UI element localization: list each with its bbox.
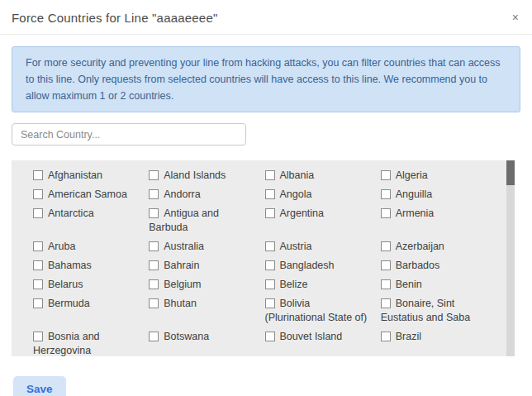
modal-body: For more security and preventing your li… — [0, 35, 532, 396]
country-label: Bahamas — [48, 260, 92, 271]
country-checkbox-item[interactable]: Aruba — [33, 240, 137, 254]
country-checkbox[interactable] — [265, 241, 275, 251]
country-checkbox-item[interactable]: Armenia — [381, 207, 485, 221]
country-label: Belarus — [48, 279, 83, 290]
scrollbar-thumb[interactable] — [506, 160, 515, 185]
country-checkbox[interactable] — [149, 279, 159, 289]
country-checkbox[interactable] — [33, 279, 43, 289]
country-checkbox-item[interactable]: Bahamas — [33, 259, 137, 273]
country-checkbox-item[interactable]: Angola — [265, 188, 369, 202]
country-checkbox[interactable] — [33, 241, 43, 251]
country-checkbox[interactable] — [381, 208, 391, 218]
country-label: Andorra — [164, 188, 200, 200]
country-checkbox-item[interactable]: Bangladesh — [265, 259, 369, 273]
country-checkbox[interactable] — [265, 208, 275, 218]
country-checkbox[interactable] — [265, 332, 275, 341]
country-checkbox-item[interactable]: Bolivia (Plurinational State of) — [265, 297, 369, 325]
info-alert: For more security and preventing your li… — [12, 46, 520, 112]
country-checkbox[interactable] — [265, 279, 275, 289]
country-label: Bhutan — [164, 298, 197, 309]
country-label: Albania — [280, 169, 315, 181]
country-label: Algeria — [396, 169, 428, 181]
modal-header: Force Countries for Line "aaaaeeee" × — [0, 0, 532, 35]
country-checkbox[interactable] — [381, 189, 391, 199]
country-label: Bangladesh — [280, 260, 335, 271]
country-checkbox[interactable] — [149, 208, 159, 218]
country-checkbox[interactable] — [265, 170, 275, 180]
country-checkbox-item[interactable]: Brazil — [381, 330, 485, 344]
country-checkbox[interactable] — [381, 298, 391, 308]
country-label: Brazil — [396, 331, 421, 342]
country-checkbox-item[interactable]: Bosnia and Herzegovina — [33, 330, 137, 356]
country-checkbox-item[interactable]: Argentina — [265, 207, 369, 221]
country-checkbox[interactable] — [381, 170, 391, 180]
country-label: Bonaire, Sint Eustatius and Saba — [381, 298, 470, 323]
country-checkbox-item[interactable]: Australia — [149, 240, 253, 254]
country-label: Antigua and Barbuda — [149, 208, 219, 233]
country-checkbox-item[interactable]: Austria — [265, 240, 369, 254]
country-checkbox-item[interactable]: Bouvet Island — [265, 330, 369, 344]
country-checkbox-item[interactable]: Algeria — [381, 169, 485, 183]
country-checkbox[interactable] — [381, 241, 391, 251]
country-label: Aruba — [48, 241, 75, 252]
country-checkbox-item[interactable]: Belize — [265, 278, 369, 292]
country-checkbox-item[interactable]: Bahrain — [149, 259, 253, 273]
country-checkbox[interactable] — [265, 298, 275, 308]
country-checkbox[interactable] — [265, 260, 275, 270]
country-checkbox-item[interactable]: Anguilla — [381, 188, 485, 202]
country-checkbox[interactable] — [149, 189, 159, 199]
country-label: Bahrain — [164, 260, 199, 271]
modal-dialog: Force Countries for Line "aaaaeeee" × Fo… — [0, 0, 532, 396]
save-button[interactable]: Save — [13, 376, 66, 396]
country-list: AfghanistanAland IslandsAlbaniaAlgeriaAm… — [12, 160, 515, 356]
country-checkbox[interactable] — [149, 170, 159, 180]
country-checkbox-item[interactable]: Barbados — [381, 259, 485, 273]
country-label: American Samoa — [48, 188, 127, 200]
country-checkbox[interactable] — [381, 279, 391, 289]
country-label: Belize — [280, 279, 308, 290]
country-checkbox-item[interactable]: Antigua and Barbuda — [149, 207, 253, 235]
country-checkbox[interactable] — [265, 189, 275, 199]
country-checkbox-item[interactable]: Afghanistan — [33, 169, 137, 183]
country-checkbox-item[interactable]: Albania — [265, 169, 369, 183]
country-checkbox-item[interactable]: Benin — [381, 278, 485, 292]
country-checkbox-item[interactable]: Aland Islands — [149, 169, 253, 183]
country-checkbox-item[interactable]: American Samoa — [33, 188, 137, 202]
country-checkbox[interactable] — [381, 260, 391, 270]
country-checkbox[interactable] — [33, 170, 43, 180]
country-checkbox[interactable] — [33, 208, 43, 218]
country-label: Aland Islands — [164, 169, 226, 181]
country-label: Azerbaijan — [396, 241, 444, 252]
country-checkbox-item[interactable]: Andorra — [149, 188, 253, 202]
scrollbar-track[interactable] — [506, 160, 515, 356]
country-label: Bosnia and Herzegovina — [33, 331, 100, 356]
country-checkbox[interactable] — [33, 332, 43, 341]
country-checkbox[interactable] — [149, 298, 159, 308]
country-checkbox-item[interactable]: Belarus — [33, 278, 137, 292]
country-checkbox-item[interactable]: Bermuda — [33, 297, 137, 311]
country-checkbox[interactable] — [149, 332, 159, 341]
country-label: Bolivia (Plurinational State of) — [265, 298, 368, 323]
country-checkbox-item[interactable]: Antarctica — [33, 207, 137, 221]
country-label: Australia — [164, 241, 204, 252]
country-checkbox[interactable] — [149, 241, 159, 251]
country-label: Bermuda — [48, 298, 90, 309]
country-checkbox[interactable] — [33, 298, 43, 308]
country-label: Austria — [280, 241, 312, 252]
country-label: Armenia — [396, 208, 435, 219]
country-label: Angola — [280, 188, 312, 200]
country-label: Bouvet Island — [280, 331, 343, 342]
country-checkbox[interactable] — [381, 332, 391, 341]
country-checkbox[interactable] — [33, 260, 43, 270]
country-checkbox[interactable] — [33, 189, 43, 199]
close-icon[interactable]: × — [512, 12, 519, 23]
search-input[interactable] — [12, 123, 246, 146]
country-checkbox-item[interactable]: Azerbaijan — [381, 240, 485, 254]
country-label: Belgium — [164, 279, 201, 290]
country-checkbox-item[interactable]: Bhutan — [149, 297, 253, 311]
country-checkbox-item[interactable]: Botswana — [149, 330, 253, 344]
country-checkbox[interactable] — [149, 260, 159, 270]
country-checkbox-item[interactable]: Belgium — [149, 278, 253, 292]
country-label: Benin — [396, 279, 422, 290]
country-checkbox-item[interactable]: Bonaire, Sint Eustatius and Saba — [381, 297, 485, 325]
